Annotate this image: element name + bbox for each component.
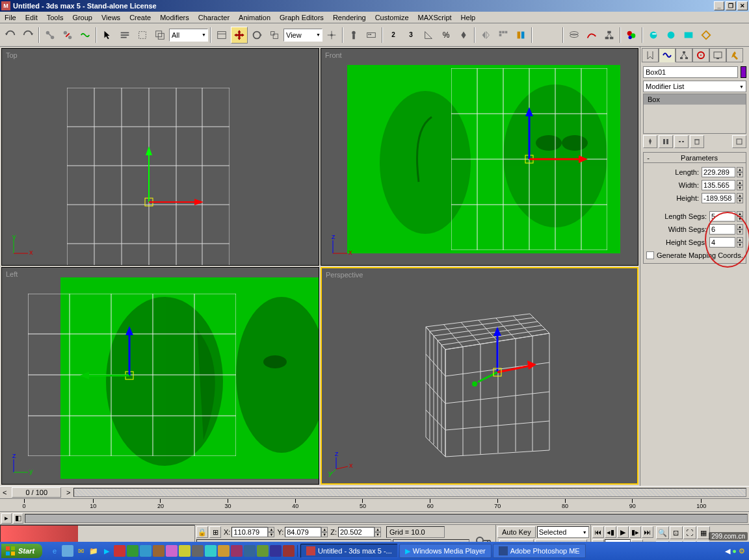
ql-ie-icon[interactable]: e <box>49 545 60 557</box>
ql-app4-icon[interactable] <box>153 545 164 557</box>
height-input[interactable] <box>702 193 735 203</box>
object-name-field[interactable] <box>643 66 738 78</box>
tray-icon[interactable]: ⚙ <box>739 547 745 555</box>
named-set-dropdown[interactable] <box>534 27 560 44</box>
trackbar-filter-button[interactable]: ◧ <box>13 513 23 524</box>
select-rotate-button[interactable] <box>248 27 265 44</box>
length-spinner-up[interactable]: ▲ <box>737 167 743 172</box>
length-segs-spinner-down[interactable]: ▼ <box>737 216 743 222</box>
menu-rendering[interactable]: Rendering <box>328 12 371 23</box>
ref-coord-dropdown[interactable]: View <box>283 29 322 42</box>
ql-app7-icon[interactable] <box>192 545 204 557</box>
menu-help[interactable]: Help <box>456 12 480 23</box>
ql-app5-icon[interactable] <box>166 545 177 557</box>
trackbar-area[interactable] <box>25 514 748 523</box>
ql-desktop-icon[interactable] <box>62 545 73 557</box>
x-spinner-down[interactable]: ▼ <box>268 532 274 537</box>
tab-motion[interactable] <box>692 48 709 62</box>
close-button[interactable]: ✕ <box>737 1 748 10</box>
tab-create[interactable] <box>642 48 659 62</box>
ql-app-icon[interactable] <box>114 545 125 557</box>
select-button[interactable] <box>99 27 116 44</box>
length-segs-input[interactable] <box>709 211 735 222</box>
zoom-extents-button[interactable]: ⛶ <box>683 526 696 539</box>
z-coord-input[interactable] <box>338 527 374 537</box>
named-sets-button[interactable] <box>213 27 230 44</box>
ql-app11-icon[interactable] <box>244 545 256 557</box>
ql-outlook-icon[interactable]: ✉ <box>75 545 86 557</box>
auto-key-button[interactable]: Auto Key <box>497 526 536 538</box>
trackbar-open-button[interactable]: ▸ <box>1 513 12 524</box>
start-button[interactable]: Start <box>1 544 42 558</box>
rollout-header[interactable]: - Parameters <box>644 153 746 163</box>
task-3dsmax[interactable]: Untitled - 3ds max 5 -... <box>300 544 398 558</box>
height-segs-spinner-down[interactable]: ▼ <box>737 242 743 248</box>
width-segs-input[interactable] <box>709 224 735 235</box>
height-segs-spinner-up[interactable]: ▲ <box>737 237 743 242</box>
ql-app9-icon[interactable] <box>218 545 230 557</box>
modifier-list-dropdown[interactable]: Modifier List <box>643 81 746 92</box>
configure-sets-button[interactable] <box>732 135 746 148</box>
bind-spacewarp-button[interactable] <box>77 27 94 44</box>
x-coord-input[interactable] <box>231 527 268 537</box>
render-scene-button[interactable] <box>645 27 662 44</box>
menu-views[interactable]: Views <box>97 12 125 23</box>
menu-grapheditors[interactable]: Graph Editors <box>275 12 328 23</box>
ql-media-icon[interactable]: ▶ <box>101 545 112 557</box>
time-slider-button[interactable]: 0 / 100 <box>12 487 61 498</box>
ql-app8-icon[interactable] <box>205 545 217 557</box>
use-pivot-button[interactable] <box>323 27 340 44</box>
time-scrub-track[interactable] <box>73 488 746 497</box>
height-spinner-up[interactable]: ▲ <box>737 193 743 198</box>
layer-manager-button[interactable] <box>566 27 583 44</box>
time-slider-prev[interactable]: < <box>0 489 9 496</box>
object-color-swatch[interactable] <box>741 66 746 78</box>
viewport-perspective[interactable]: Perspective <box>321 267 638 485</box>
next-frame-button[interactable]: ▮▸ <box>629 526 641 538</box>
x-spinner-up[interactable]: ▲ <box>268 527 274 532</box>
task-photoshop[interactable]: Adobe Photoshop ME <box>493 544 586 558</box>
material-editor-button[interactable] <box>623 27 640 44</box>
ql-app3-icon[interactable] <box>140 545 151 557</box>
manipulate-button[interactable] <box>345 27 362 44</box>
generate-mapping-checkbox[interactable] <box>646 251 654 259</box>
remove-modifier-button[interactable] <box>690 135 704 148</box>
ql-app2-icon[interactable] <box>127 545 138 557</box>
length-segs-spinner-up[interactable]: ▲ <box>737 211 743 216</box>
goto-start-button[interactable]: ⏮ <box>592 526 604 538</box>
viewport-top[interactable]: Top yx <box>1 48 319 266</box>
ql-app14-icon[interactable] <box>283 545 295 557</box>
timeline-ruler[interactable]: 0 10 20 30 40 50 60 70 80 90 100 <box>0 499 749 512</box>
play-button[interactable]: ▶ <box>617 526 629 538</box>
select-by-name-button[interactable] <box>116 27 133 44</box>
align-button[interactable] <box>512 27 529 44</box>
task-wmp[interactable]: ▶Windows Media Player <box>399 544 492 558</box>
selection-filter-dropdown[interactable]: All <box>169 29 208 42</box>
tab-modify[interactable] <box>659 48 676 62</box>
menu-customize[interactable]: Customize <box>371 12 414 23</box>
ql-app13-icon[interactable] <box>270 545 282 557</box>
viewport-front[interactable]: Front zx <box>321 48 638 266</box>
modifier-stack-item[interactable]: Box <box>644 94 746 105</box>
length-spinner-down[interactable]: ▼ <box>737 172 743 177</box>
length-input[interactable] <box>702 167 735 177</box>
undo-button[interactable] <box>2 27 19 44</box>
y-spinner-down[interactable]: ▼ <box>321 532 328 537</box>
zoom-all-button[interactable]: ⊡ <box>670 526 683 539</box>
height-segs-input[interactable] <box>709 237 735 248</box>
schematic-view-button[interactable] <box>601 27 618 44</box>
lock-selection-button[interactable]: 🔒 <box>196 526 208 538</box>
unlink-button[interactable] <box>59 27 76 44</box>
snap-3d-button[interactable]: 3 <box>402 27 419 44</box>
show-result-button[interactable] <box>659 135 673 148</box>
z-spinner-down[interactable]: ▼ <box>374 532 381 537</box>
array-button[interactable] <box>495 27 512 44</box>
zoom-button[interactable]: 🔍 <box>656 526 669 539</box>
width-segs-spinner-down[interactable]: ▼ <box>737 229 743 235</box>
system-tray[interactable]: ◀ ● ⚙ <box>722 547 748 555</box>
tray-icon[interactable]: ◀ <box>725 547 730 555</box>
mirror-button[interactable] <box>477 27 494 44</box>
y-spinner-up[interactable]: ▲ <box>321 527 328 532</box>
ql-app6-icon[interactable] <box>179 545 191 557</box>
maximize-button[interactable]: ❐ <box>726 1 736 10</box>
